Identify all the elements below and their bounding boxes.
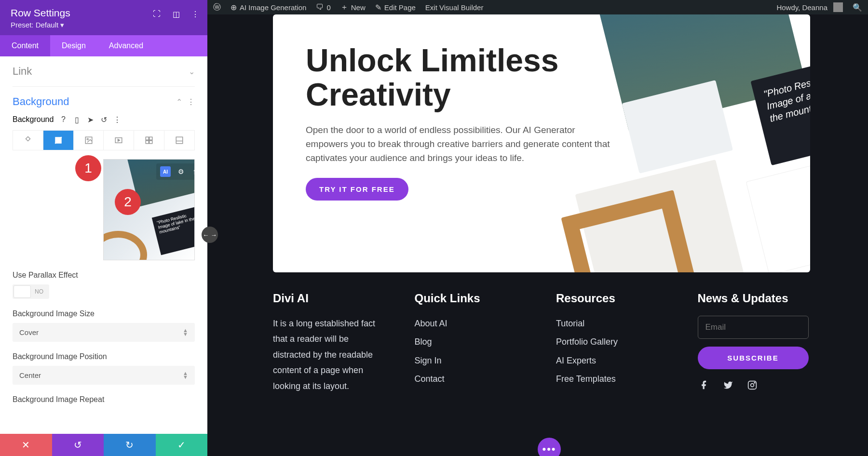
- footer-title: Quick Links: [415, 292, 528, 305]
- annotation-2: 2: [115, 189, 141, 215]
- email-input[interactable]: [698, 316, 809, 339]
- img-size-value: Cover: [19, 328, 39, 336]
- preview-gear-icon[interactable]: ⚙: [176, 166, 186, 177]
- footer-link[interactable]: Contact: [415, 371, 528, 387]
- undo-button[interactable]: ↺: [52, 434, 104, 456]
- sidebar-footer: ✕ ↺ ↻ ✓: [0, 434, 207, 456]
- bg-tab-pattern[interactable]: [134, 131, 164, 150]
- sidebar-header: Row Settings Preset: Default ▾ ⛶ ◫ ⋮: [0, 0, 207, 35]
- annotation-1: 1: [75, 155, 101, 181]
- settings-sidebar: Row Settings Preset: Default ▾ ⛶ ◫ ⋮ Con…: [0, 0, 207, 456]
- toggle-value: NO: [35, 288, 43, 295]
- section-background-head[interactable]: Background ⌃ ⋮: [13, 95, 195, 108]
- search-icon[interactable]: 🔍: [853, 3, 862, 12]
- footer-title: Resources: [556, 292, 669, 305]
- expand-icon[interactable]: ⛶: [151, 9, 162, 19]
- chevron-up-icon: ⌃: [176, 97, 182, 107]
- bg-tab-gradient[interactable]: [43, 131, 74, 150]
- footer-link[interactable]: Portfolio Gallery: [556, 334, 669, 349]
- tab-design[interactable]: Design: [50, 35, 97, 56]
- edit-page-link[interactable]: ✎Edit Page: [375, 3, 416, 12]
- sidebar-tabs: Content Design Advanced: [0, 35, 207, 56]
- panel-icon[interactable]: ◫: [171, 9, 181, 19]
- svg-rect-6: [146, 141, 149, 144]
- section-background: Background ⌃ ⋮ Background ? ▯ ➤ ↺ ⋮: [13, 87, 195, 413]
- instagram-icon[interactable]: [746, 379, 759, 391]
- page-preview: Unlock Limitless Creativity Open the doo…: [207, 14, 868, 456]
- subscribe-button[interactable]: SUBSCRIBE: [698, 347, 809, 369]
- footer-col-about: Divi AI It is a long established fact th…: [273, 292, 386, 394]
- bg-tab-image[interactable]: [74, 131, 104, 150]
- footer-link[interactable]: Sign In: [415, 353, 528, 368]
- chevron-down-icon: ⌄: [189, 67, 195, 76]
- hero-collage: "Photo Reslistic Image of a lake in the …: [490, 14, 810, 272]
- reset-icon[interactable]: ↺: [99, 115, 108, 124]
- exit-builder-link[interactable]: Exit Visual Builder: [425, 3, 484, 12]
- wp-logo-icon[interactable]: ⓦ: [213, 2, 221, 13]
- section-more-icon[interactable]: ⋮: [187, 97, 195, 107]
- facebook-icon[interactable]: [698, 379, 710, 391]
- img-size-select[interactable]: Cover ▲▼: [13, 323, 195, 342]
- howdy-user[interactable]: Howdy, Deanna: [776, 2, 843, 12]
- tab-content[interactable]: Content: [0, 35, 50, 56]
- preview-card-shape: "Photo Reslistic Image of lake in the mo…: [152, 207, 195, 255]
- background-field-label-row: Background ? ▯ ➤ ↺ ⋮: [13, 115, 195, 124]
- footer-col-news: News & Updates SUBSCRIBE: [698, 292, 811, 394]
- parallax-toggle[interactable]: NO: [13, 284, 49, 299]
- comments-link[interactable]: 🗨0: [316, 3, 330, 12]
- cancel-button[interactable]: ✕: [0, 434, 52, 456]
- ai-button[interactable]: AI: [160, 166, 171, 177]
- footer-col-quicklinks: Quick Links About AI Blog Sign In Contac…: [415, 292, 528, 394]
- bg-tab-video[interactable]: [104, 131, 134, 150]
- bg-tab-mask[interactable]: [164, 131, 194, 150]
- preview-toolbar: AI ⚙ 🗑 ↺: [156, 163, 195, 180]
- select-arrows-icon: ▲▼: [183, 371, 188, 379]
- preview-trash-icon[interactable]: 🗑: [191, 166, 195, 177]
- section-link[interactable]: Link ⌄: [13, 56, 195, 87]
- hero-section: Unlock Limitless Creativity Open the doo…: [273, 14, 810, 272]
- background-label: Background: [13, 115, 54, 124]
- preview-canvas: ⓦ ⊕AI Image Generation 🗨0 ＋New ✎Edit Pag…: [207, 0, 868, 456]
- field-parallax: Use Parallax Effect NO: [13, 271, 195, 299]
- help-icon[interactable]: ?: [58, 115, 68, 124]
- save-button[interactable]: ✓: [156, 434, 208, 456]
- img-pos-select[interactable]: Center ▲▼: [13, 366, 195, 385]
- background-preview-wrap: 1 2 "Photo Reslistic Image of lake in th…: [13, 159, 195, 260]
- site-link[interactable]: ⊕AI Image Generation: [231, 3, 306, 12]
- parallax-label: Use Parallax Effect: [13, 271, 195, 280]
- footer-link[interactable]: Tutorial: [556, 316, 669, 331]
- svg-point-11: [754, 382, 755, 383]
- field-more-icon[interactable]: ⋮: [112, 115, 122, 124]
- select-arrows-icon: ▲▼: [183, 328, 188, 336]
- panel-resize-handle[interactable]: ← →: [202, 227, 218, 243]
- svg-rect-8: [176, 137, 183, 144]
- img-pos-label: Background Image Position: [13, 352, 195, 361]
- preset-selector[interactable]: Preset: Default ▾: [11, 21, 197, 29]
- svg-rect-7: [149, 141, 152, 144]
- svg-point-10: [750, 384, 754, 387]
- builder-fab[interactable]: •••: [538, 438, 561, 456]
- section-link-title: Link: [13, 65, 32, 78]
- field-img-repeat: Background Image Repeat: [13, 395, 195, 404]
- collage-phone: [746, 159, 810, 272]
- img-size-label: Background Image Size: [13, 309, 195, 318]
- footer-link[interactable]: AI Experts: [556, 353, 669, 368]
- hero-cta-button[interactable]: TRY IT FOR FREE: [306, 178, 408, 201]
- footer-link[interactable]: Free Templates: [556, 371, 669, 387]
- footer-title: Divi AI: [273, 292, 386, 305]
- hover-icon[interactable]: ➤: [85, 115, 95, 124]
- bg-tab-color[interactable]: [13, 131, 43, 150]
- more-icon[interactable]: ⋮: [190, 9, 201, 19]
- img-pos-value: Center: [19, 371, 41, 379]
- redo-button[interactable]: ↻: [104, 434, 156, 456]
- page-footer: Divi AI It is a long established fact th…: [273, 292, 810, 394]
- sidebar-body: Link ⌄ Background ⌃ ⋮ Background ? ▯ ➤ ↺: [0, 56, 207, 434]
- twitter-icon[interactable]: [722, 379, 734, 391]
- responsive-icon[interactable]: ▯: [72, 115, 81, 124]
- tab-advanced[interactable]: Advanced: [97, 35, 155, 56]
- img-repeat-label: Background Image Repeat: [13, 395, 195, 404]
- footer-about-text: It is a long established fact that a rea…: [273, 316, 386, 394]
- footer-link[interactable]: Blog: [415, 334, 528, 349]
- footer-link[interactable]: About AI: [415, 316, 528, 331]
- new-link[interactable]: ＋New: [340, 2, 366, 13]
